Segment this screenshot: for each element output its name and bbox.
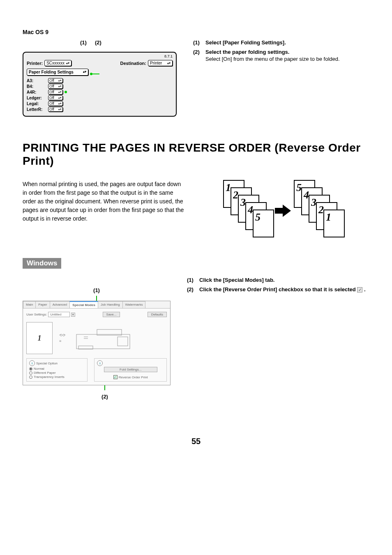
radio-icon <box>29 367 32 371</box>
instruction-text: . <box>364 286 366 292</box>
instruction-title: Click the [Special Modes] tab. <box>199 277 275 283</box>
size-value: Off <box>49 78 54 83</box>
select-arrows-icon: ▴▾ <box>66 62 69 64</box>
reverse-order-checkbox[interactable]: ✓ Reverse Order Print <box>97 375 164 380</box>
mac-version: 8.7.1 <box>164 54 173 58</box>
svg-rect-0 <box>76 334 130 349</box>
size-label: B4: <box>27 84 46 89</box>
size-select[interactable]: Off▴▾ <box>48 84 63 89</box>
size-label: LetterR: <box>27 107 46 112</box>
instruction-number: (2) <box>187 286 199 292</box>
mac-callout-2: (2) <box>95 39 101 46</box>
destination-select[interactable]: Printer ▴▾ <box>148 60 173 66</box>
size-value: Off <box>49 107 54 111</box>
callout-line <box>96 296 97 301</box>
windows-heading: Windows <box>23 258 61 269</box>
tab-paper[interactable]: Paper <box>35 301 50 308</box>
select-arrows-icon: ▴▾ <box>58 90 62 94</box>
reverse-diagram: 1 2 3 4 5 5 4 3 2 1 <box>197 180 369 242</box>
callout-line <box>92 74 99 74</box>
instruction-title: Select the paper folding settings. <box>205 49 289 55</box>
select-arrows-icon: ▴▾ <box>58 85 62 88</box>
tab-advanced[interactable]: Advanced <box>50 301 70 308</box>
sheet-num: 5 <box>255 211 261 223</box>
radio-normal[interactable]: Normal <box>29 367 85 371</box>
tab-special-modes[interactable]: Special Modes <box>69 301 98 308</box>
size-value: Off <box>49 101 54 106</box>
callout-marker <box>65 91 67 93</box>
callout-line <box>104 385 105 390</box>
size-select[interactable]: Off▴▾ <box>48 90 63 94</box>
group-title: Special Option <box>36 362 58 365</box>
windows-instructions: (1) Click the [Special Modes] tab. (2) C… <box>187 277 369 296</box>
page-preview: 1 <box>26 322 53 354</box>
win-instruction-1: (1) Click the [Special Modes] tab. <box>187 277 369 283</box>
defaults-button[interactable]: Defaults <box>148 312 167 317</box>
size-label: Legal: <box>27 101 46 106</box>
sheet: 1 <box>323 210 345 237</box>
radio-label: Transparency Inserts <box>34 375 65 379</box>
select-arrows-icon: ▴▾ <box>58 79 62 82</box>
size-row-letterr: LetterR: Off▴▾ <box>27 107 173 112</box>
arrow-icon <box>275 205 291 217</box>
tab-main[interactable]: Main <box>23 301 36 308</box>
windows-dialog-container: (1) Main Paper Advanced Special Modes Jo… <box>23 277 171 400</box>
size-label: A4R: <box>27 90 46 94</box>
flip-icon: ⟲⟳ <box>59 333 66 337</box>
tab-watermarks[interactable]: Watermarks <box>122 301 146 308</box>
size-row-ledger: Ledger: Off▴▾ <box>27 95 173 100</box>
mac-print-dialog: 8.7.1 Printer: SCxxxxxx ▴▾ Destination: … <box>23 52 177 117</box>
mac-instructions: (1) Select [Paper Folding Settings]. (2)… <box>193 39 369 65</box>
page-stack-after: 5 4 3 2 1 <box>294 180 343 242</box>
options-row: iSpecial Option Normal Different Paper T… <box>26 357 167 382</box>
size-label: Ledger: <box>27 96 46 100</box>
destination-label: Destination: <box>120 61 146 66</box>
radio-label: Normal <box>34 367 44 371</box>
mac-callout-1: (1) <box>80 39 87 46</box>
win-callout-bottom: (2) <box>39 394 171 400</box>
tab-job-handling[interactable]: Job Handling <box>98 301 123 308</box>
radio-icon <box>29 375 32 379</box>
select-arrows-icon: ▴▾ <box>58 108 62 111</box>
preview-icons: ⟲⟳ ≡ <box>59 333 66 343</box>
radio-different-paper[interactable]: Different Paper <box>29 371 85 375</box>
size-select[interactable]: Off▴▾ <box>48 78 63 83</box>
size-row-a4r: A4R: Off▴▾ <box>27 90 173 94</box>
size-select[interactable]: Off▴▾ <box>48 101 63 106</box>
fold-settings-button[interactable]: Fold Settings... <box>104 367 157 372</box>
sheet: 5 <box>253 210 274 237</box>
select-arrows-icon: ▴▾ <box>167 62 171 64</box>
paper-folding-select[interactable]: Paper Folding Settings ▴▾ <box>27 69 88 76</box>
win-callout-top: (1) <box>23 287 171 293</box>
reverse-section: When normal printing is used, the pages … <box>23 180 369 242</box>
printer-illustration <box>72 322 138 354</box>
size-value: Off <box>49 90 54 94</box>
size-row-a3: A3: Off▴▾ <box>27 78 173 83</box>
sheet-num: 1 <box>326 211 331 223</box>
mac-instruction-1: (1) Select [Paper Folding Settings]. <box>193 39 369 46</box>
instruction-title: Select [Paper Folding Settings]. <box>205 39 286 46</box>
size-value: Off <box>49 84 54 88</box>
info-icon: i <box>97 360 103 366</box>
printer-label: Printer: <box>27 61 43 66</box>
info-icon: i <box>29 360 35 366</box>
page-number: 55 <box>23 437 369 446</box>
windows-print-dialog: Main Paper Advanced Special Modes Job Ha… <box>23 301 171 385</box>
instruction-text: Click the [Reverse Order Print] checkbox… <box>199 286 357 292</box>
select-arrows-icon: ▴▾ <box>58 96 62 99</box>
size-select[interactable]: Off▴▾ <box>48 95 63 100</box>
select-arrows-icon: ▴▾ <box>83 70 86 74</box>
preview-row: 1 ⟲⟳ ≡ <box>26 320 167 357</box>
save-button[interactable]: Save... <box>103 312 120 317</box>
dropdown-icon[interactable]: ▾ <box>71 313 75 317</box>
user-settings-label: User Settings: <box>26 313 47 316</box>
preview-page-num: 1 <box>38 334 42 343</box>
destination-value: Printer <box>150 61 162 65</box>
size-select[interactable]: Off▴▾ <box>48 107 63 112</box>
mac-section: (1) (2) 8.7.1 Printer: SCxxxxxx ▴▾ Desti… <box>23 39 369 117</box>
radio-transparency[interactable]: Transparency Inserts <box>29 375 85 379</box>
instruction-number: (2) <box>193 49 205 55</box>
instruction-number: (1) <box>187 277 199 283</box>
printer-select[interactable]: SCxxxxxx ▴▾ <box>44 60 71 66</box>
user-settings-value[interactable]: Untitled <box>48 312 70 317</box>
